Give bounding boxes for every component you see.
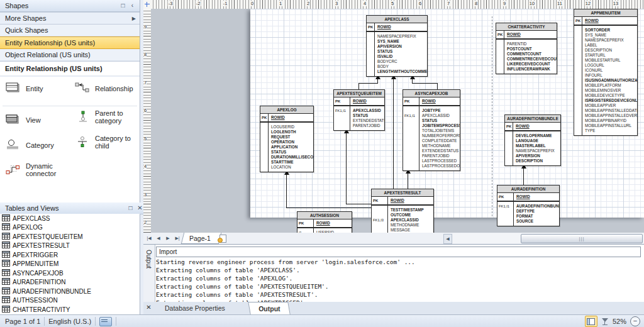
last-page-button[interactable]: ▶| — [173, 234, 182, 243]
shape-label: Entity — [26, 85, 43, 92]
shape-category-to-child[interactable]: Category to child — [74, 135, 135, 150]
first-page-button[interactable]: |◀ — [145, 234, 153, 243]
table-item-auradefinitionbundle[interactable]: AURADEFINITIONBUNDLE — [0, 287, 140, 296]
connector-apextestresult-to-apexlog — [286, 174, 287, 208]
er-field: LASTPROCESSED — [422, 158, 458, 164]
er-key-column: FK1,I1 — [403, 106, 419, 170]
er-table-apextestqueueitem[interactable]: APEXTESTQUEUEITEMPKROWIDFK1,I1 APEXCLASS… — [333, 89, 385, 131]
er-field: FORMAT — [516, 214, 558, 219]
drawing-page-area[interactable]: APEXCLASSPKROWID NAMESPACEPREFIXSYS_NAME… — [151, 9, 644, 233]
shape-dynamic-connector[interactable]: Dynamic connector — [5, 162, 66, 177]
er-table-body: NAMESPACEPREFIXSYS_NAMEAPIVERSIONSTATUSI… — [367, 32, 427, 76]
output-side-label: Output — [145, 250, 152, 269]
zoom-level[interactable]: 52% — [613, 318, 626, 325]
collapse-panel-icon[interactable]: ‹ — [128, 2, 137, 10]
float-panel-icon[interactable]: □ — [126, 204, 135, 213]
er-field-column: AURADEFINITIONBUNDLEIDDEFTYPEFORMATSOURC… — [514, 202, 559, 226]
er-key-label — [335, 113, 350, 118]
horizontal-ruler[interactable]: -3-2-1012345678910111213 — [151, 0, 644, 9]
insert-page-button[interactable] — [218, 234, 229, 243]
output-console[interactable]: Starting reverse engineer process from s… — [156, 258, 641, 302]
er-table-apextestresult[interactable]: APEXTESTRESULTPKROWID FK1,I3 TESTTIMESTA… — [371, 189, 434, 233]
er-table-chatteractivity[interactable]: CHATTERACTIVITYPKROWID PARENTIDPOSTCOUNT… — [496, 23, 557, 74]
er-pk-key: PK — [497, 193, 514, 201]
tab-output[interactable]: Output — [248, 302, 291, 314]
table-item-apexlog[interactable]: APEXLOG — [0, 223, 140, 233]
shape-view[interactable]: View — [5, 113, 41, 126]
table-icon — [2, 306, 10, 314]
er-key-label — [575, 83, 582, 88]
page-tab-bar: |◀ ◀ ▶ ▶| Page-1 ◀ ||| — [143, 233, 644, 245]
shape-parent-to-category[interactable]: Parent to category — [74, 109, 135, 125]
er-field: TOTALJOBITEMS — [422, 128, 458, 133]
shape-category[interactable]: Category — [5, 138, 54, 152]
er-key-column — [367, 32, 375, 76]
er-field: BODYCRC — [377, 59, 426, 64]
er-table-appmenuitem[interactable]: APPMENUITEMPKROWID SORTORDERSYS_NAMENAME… — [574, 9, 638, 136]
horizontal-scrollbar-thumb[interactable]: ||| — [521, 234, 643, 243]
er-field: DESCRIPTION — [585, 48, 636, 53]
table-item-label: CHATTERACTIVITY — [13, 306, 70, 313]
er-pk-key: PK — [297, 219, 314, 227]
er-table-apexlog[interactable]: APEXLOGPKROWID LOGUSERIDLOGLENGTHREQUEST… — [260, 106, 314, 172]
table-item-label: AURADEFINITION — [13, 279, 65, 285]
previous-page-button[interactable]: ◀ — [154, 234, 163, 243]
shape-separator — [3, 106, 137, 106]
more-shapes-button[interactable]: More Shapes ▶ — [0, 12, 140, 25]
er-key-label — [575, 48, 582, 53]
table-item-apextrigger[interactable]: APEXTRIGGER — [0, 250, 140, 260]
shape-entity[interactable]: Entity — [5, 82, 43, 95]
page-count-status[interactable]: Page 1 of 1 — [0, 318, 40, 325]
stencil-object-relational-us-units[interactable]: Object Relational (US units) — [0, 49, 140, 61]
er-field: MOBILEPLATFORM — [585, 83, 636, 88]
fit-page-icon[interactable] — [601, 318, 609, 326]
tab-database-properties[interactable]: Database Properties — [156, 302, 234, 314]
output-filter-box[interactable]: Import — [156, 247, 641, 257]
er-field: APIVERSION — [516, 153, 559, 158]
zoom-out-button[interactable]: − — [630, 316, 640, 326]
er-key-label — [373, 228, 387, 233]
next-page-button[interactable]: ▶ — [164, 234, 172, 243]
er-key-label — [575, 38, 582, 43]
table-item-appmenuitem[interactable]: APPMENUITEM — [0, 260, 140, 269]
er-key-label — [575, 88, 582, 93]
er-table-asyncapexjob[interactable]: ASYNCAPEXJOBPKROWID FK1,I1 JOBTYPEAPEXCL… — [402, 89, 460, 171]
language-bar-icon[interactable] — [99, 317, 112, 326]
table-item-auradefinition[interactable]: AURADEFINITION — [0, 278, 140, 287]
er-key-label — [262, 145, 268, 150]
er-table-auradefinitionbundle[interactable]: AURADEFINITIONBUNDLEPKROWID DEVELOPERNAM… — [504, 114, 561, 166]
horizontal-scrollbar[interactable]: ||| — [453, 233, 644, 243]
table-item-apextestqueueitem[interactable]: APEXTESTQUEUEITEM — [0, 232, 140, 241]
divider — [95, 317, 96, 326]
table-icon — [2, 241, 10, 250]
er-table-auradefinition[interactable]: AURADEFINITIONPKROWIDFK1,I1 AURADEFINITI… — [497, 185, 560, 226]
output-panel-side-strip[interactable]: Output — [143, 245, 155, 302]
float-panel-icon[interactable]: □ — [118, 2, 128, 10]
language-status[interactable]: English (U.S.) — [48, 318, 91, 325]
er-field: PARENTID — [507, 42, 555, 47]
connector-apextestresult-to-apexclass — [393, 79, 394, 189]
stencil-entity-relationship-us-units[interactable]: Entity Relationship (US units) — [0, 36, 140, 49]
quick-shapes-button[interactable]: Quick Shapes — [0, 25, 140, 36]
table-item-apextestresult[interactable]: APEXTESTRESULT — [0, 241, 140, 251]
window-panes-toggle-icon[interactable] — [585, 316, 597, 327]
er-key-label — [575, 28, 582, 33]
ruler-number: 10 — [529, 1, 535, 6]
scrollbar-left-arrow-icon[interactable]: ◀ — [443, 234, 452, 244]
er-field: SOURCE — [516, 219, 558, 224]
table-item-authsession[interactable]: AUTHSESSION — [0, 296, 140, 306]
er-table-authsession[interactable]: AUTHSESSIONPKROWIDI1USERSID — [297, 211, 352, 233]
shape-relationship[interactable]: Relationship — [74, 82, 133, 95]
table-item-asyncapexjob[interactable]: ASYNCAPEXJOB — [0, 269, 140, 278]
tables-panel-header: Tables and Views □ ✕ — [0, 202, 147, 214]
er-field-column: APEXCLASSIDSTATUSEXTENDEDSTATUSPARENTJOB… — [350, 106, 384, 130]
close-output-icon[interactable]: ✕ — [145, 304, 153, 312]
table-item-chatteractivity[interactable]: CHATTERACTIVITY — [0, 305, 140, 314]
er-table-apexclass[interactable]: APEXCLASSPKROWID NAMESPACEPREFIXSYS_NAME… — [366, 15, 428, 77]
table-icon — [2, 287, 10, 296]
stencil-list: Entity Relationship (US units)Object Rel… — [0, 36, 140, 61]
er-key-label — [506, 143, 513, 148]
tab-page-1[interactable]: Page-1 — [181, 233, 221, 244]
table-item-apexclass[interactable]: APEXCLASS — [0, 214, 140, 223]
er-field: LIKERECEIVEDCOUNT — [507, 62, 555, 67]
